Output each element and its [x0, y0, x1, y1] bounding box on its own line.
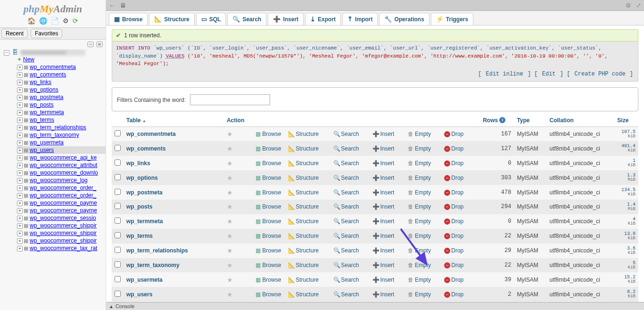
table-name-link[interactable]: wp_comments	[126, 145, 165, 152]
tree-table-item[interactable]: +▦wp_woocommerce_downlo	[17, 169, 106, 176]
tree-table-item[interactable]: +▦wp_woocommerce_log	[17, 176, 106, 184]
drop-action[interactable]: −Drop	[444, 131, 463, 137]
search-action[interactable]: 🔍Search	[333, 160, 359, 167]
edit-inline-link[interactable]: Edit inline	[486, 71, 523, 77]
expand-icon[interactable]: +	[17, 125, 23, 131]
expand-icon[interactable]: +	[17, 117, 23, 123]
row-checkbox[interactable]	[115, 261, 121, 268]
tree-table-link[interactable]: wp_woocommerce_attribut	[30, 162, 97, 168]
search-action[interactable]: 🔍Search	[333, 247, 359, 254]
col-collation[interactable]: Collation	[546, 114, 614, 127]
expand-icon[interactable]: +	[17, 163, 23, 168]
tab-browse[interactable]: ▦Browse	[109, 13, 148, 25]
row-checkbox[interactable]	[115, 145, 121, 151]
insert-action[interactable]: ➕Insert	[372, 247, 394, 254]
drop-action[interactable]: −Drop	[444, 189, 463, 196]
insert-action[interactable]: ➕Insert	[372, 131, 394, 137]
info-icon[interactable]: i	[499, 117, 505, 123]
expand-icon[interactable]: +	[17, 65, 23, 70]
structure-action[interactable]: 📐Structure	[288, 175, 319, 181]
search-action[interactable]: 🔍Search	[333, 145, 359, 152]
browse-action[interactable]: ▦Browse	[255, 131, 281, 137]
tree-table-link[interactable]: wp_woocommerce_order_	[30, 192, 96, 199]
drop-action[interactable]: −Drop	[444, 247, 463, 254]
search-action[interactable]: 🔍Search	[333, 291, 359, 298]
search-action[interactable]: 🔍Search	[333, 175, 359, 181]
browse-action[interactable]: ▦Browse	[255, 175, 281, 181]
table-name-link[interactable]: wp_term_relationships	[126, 247, 188, 254]
tree-table-link[interactable]: wp_woocommerce_tax_rat	[30, 245, 97, 251]
drop-action[interactable]: −Drop	[444, 145, 463, 152]
star-icon[interactable]: ★	[227, 261, 233, 269]
tree-table-link[interactable]: wp_links	[30, 79, 51, 85]
insert-action[interactable]: ➕Insert	[372, 233, 394, 239]
row-checkbox[interactable]	[115, 291, 121, 297]
tree-table-link[interactable]: wp_postmeta	[30, 94, 63, 101]
empty-action[interactable]: 🗑Empty	[407, 218, 431, 225]
star-icon[interactable]: ★	[227, 291, 233, 298]
expand-icon[interactable]: +	[17, 140, 23, 146]
link-tree-icon[interactable]: ⚭	[96, 42, 103, 47]
browse-action[interactable]: ▦Browse	[255, 189, 281, 196]
empty-action[interactable]: 🗑Empty	[407, 276, 431, 283]
structure-action[interactable]: 📐Structure	[288, 189, 319, 196]
tree-table-item[interactable]: +▦wp_woocommerce_payme	[17, 207, 106, 214]
tree-table-link[interactable]: wp_woocommerce_shippir	[30, 230, 97, 236]
search-action[interactable]: 🔍Search	[333, 203, 359, 210]
search-action[interactable]: 🔍Search	[333, 131, 359, 137]
browse-action[interactable]: ▦Browse	[255, 247, 281, 254]
structure-action[interactable]: 📐Structure	[288, 160, 319, 167]
star-icon[interactable]: ★	[227, 145, 233, 152]
browse-action[interactable]: ▦Browse	[255, 218, 281, 225]
insert-action[interactable]: ➕Insert	[372, 262, 394, 268]
search-action[interactable]: 🔍Search	[333, 276, 359, 283]
tab-search[interactable]: 🔍Search	[227, 13, 266, 25]
structure-action[interactable]: 📐Structure	[288, 291, 319, 298]
drop-action[interactable]: −Drop	[444, 233, 463, 239]
tab-export[interactable]: ⤓Export	[305, 13, 341, 25]
insert-action[interactable]: ➕Insert	[372, 203, 394, 210]
tree-table-link[interactable]: wp_woocommerce_payme	[30, 200, 97, 206]
structure-action[interactable]: 📐Structure	[288, 218, 319, 225]
star-icon[interactable]: ★	[227, 232, 233, 240]
tree-table-link[interactable]: wp_woocommerce_downlo	[30, 169, 98, 176]
collapse-panel-icon[interactable]: ⤢	[636, 2, 641, 9]
table-name-link[interactable]: wp_term_taxonomy	[126, 262, 180, 268]
tree-table-item[interactable]: +▦wp_posts	[17, 101, 106, 109]
tree-table-item[interactable]: +▦wp_woocommerce_api_ke	[17, 154, 106, 161]
tree-table-item[interactable]: +▦wp_commentmeta	[17, 63, 106, 71]
tab-operations[interactable]: 🔧Operations	[379, 13, 429, 25]
row-checkbox[interactable]	[115, 189, 121, 195]
row-checkbox[interactable]	[115, 174, 121, 180]
browse-action[interactable]: ▦Browse	[255, 203, 281, 210]
expand-icon[interactable]: +	[17, 193, 23, 199]
table-name-link[interactable]: wp_terms	[126, 233, 153, 239]
drop-action[interactable]: −Drop	[444, 160, 463, 167]
col-table[interactable]: Table▲	[124, 114, 224, 127]
expand-icon[interactable]: +	[17, 208, 23, 214]
drop-action[interactable]: −Drop	[444, 218, 463, 225]
star-icon[interactable]: ★	[227, 247, 233, 254]
search-action[interactable]: 🔍Search	[333, 233, 359, 239]
table-name-link[interactable]: wp_termmeta	[126, 218, 163, 225]
filter-input[interactable]	[190, 94, 270, 105]
tree-table-item[interactable]: +▦wp_term_relationships	[17, 124, 106, 131]
col-size[interactable]: Size	[614, 114, 638, 127]
col-type[interactable]: Type	[514, 114, 546, 127]
structure-action[interactable]: 📐Structure	[288, 276, 319, 283]
expand-icon[interactable]: +	[17, 155, 23, 161]
expand-icon[interactable]: +	[17, 216, 23, 221]
tree-table-link[interactable]: wp_commentmeta	[30, 64, 76, 70]
table-name-link[interactable]: wp_links	[126, 160, 150, 167]
expand-icon[interactable]: +	[17, 72, 23, 78]
drop-action[interactable]: −Drop	[444, 203, 463, 210]
edit-link[interactable]: Edit	[542, 71, 556, 77]
tree-table-item[interactable]: +▦wp_links	[17, 78, 106, 86]
favorites-tab[interactable]: Favorites	[31, 29, 62, 38]
search-action[interactable]: 🔍Search	[333, 262, 359, 268]
expand-icon[interactable]: +	[17, 170, 23, 176]
expand-icon[interactable]: +	[17, 201, 23, 206]
tree-table-item[interactable]: +▦wp_termmeta	[17, 109, 106, 116]
tree-table-item[interactable]: +▦wp_comments	[17, 71, 106, 78]
tree-table-link[interactable]: wp_term_relationships	[30, 124, 86, 131]
